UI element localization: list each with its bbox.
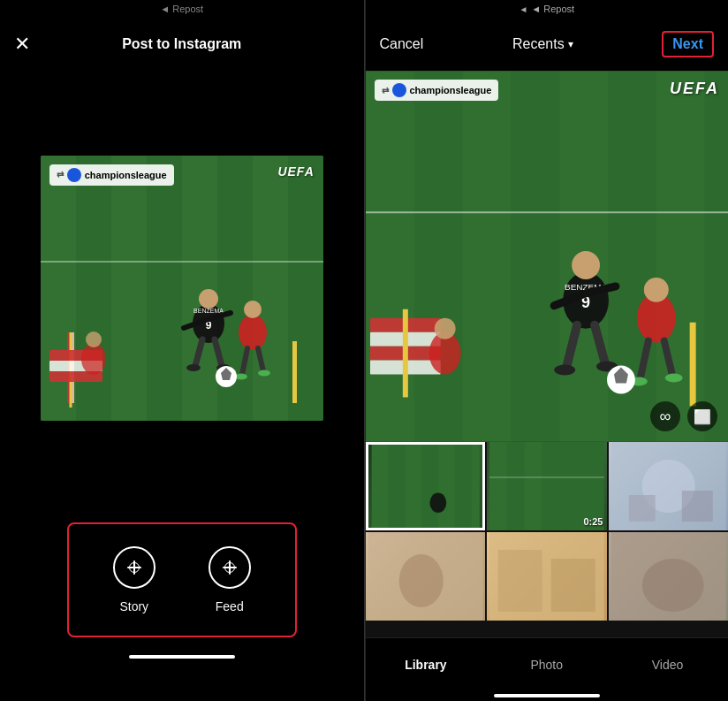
svg-point-23	[244, 301, 262, 318]
thumb-5	[487, 532, 607, 621]
feed-option[interactable]: Feed	[209, 546, 251, 613]
thumbnails-grid: 0:25	[366, 442, 729, 637]
thumbnail-2[interactable]: 0:25	[487, 442, 607, 530]
thumb-4	[366, 532, 486, 621]
svg-rect-4	[253, 156, 288, 421]
thumbnail-5[interactable]	[487, 532, 607, 621]
svg-rect-30	[292, 341, 297, 403]
cl-logo-left	[67, 168, 81, 182]
bottom-actions: Story Feed	[0, 505, 364, 701]
svg-point-63	[664, 374, 682, 383]
repost-username-left: championsleague	[85, 170, 167, 180]
svg-point-13	[199, 289, 218, 309]
svg-point-27	[258, 370, 270, 376]
svg-rect-88	[498, 550, 542, 612]
svg-point-32	[86, 331, 102, 347]
field-svg-right: 9 BENZEMA	[366, 71, 729, 442]
thumbnail-6[interactable]	[609, 532, 729, 621]
svg-rect-77	[489, 442, 507, 530]
uefa-badge-left: UEFA	[277, 164, 314, 179]
uefa-badge-right: UEFA	[670, 80, 719, 98]
svg-rect-2	[111, 156, 147, 421]
close-button[interactable]: ✕	[14, 33, 30, 56]
right-main-image: ⇄ championsleague UEFA 9	[366, 71, 729, 442]
crop-control[interactable]: ⬜	[687, 401, 717, 431]
tab-video[interactable]: Video	[607, 658, 728, 672]
left-panel: ◄ Repost ✕ Post to Instagram ⇄ champions…	[0, 0, 364, 701]
svg-rect-47	[402, 309, 407, 398]
thumb-duration-2: 0:25	[583, 516, 603, 527]
svg-text:BENZEMA: BENZEMA	[193, 308, 224, 314]
svg-rect-72	[437, 445, 454, 528]
right-panel: ◄ ◄ Repost Cancel Recents ▾ Next ⇄ champ…	[365, 0, 729, 701]
svg-point-85	[398, 554, 443, 607]
cl-logo-right	[392, 83, 406, 97]
feed-label: Feed	[216, 599, 244, 613]
image-controls: ∞ ⬜	[650, 401, 717, 431]
svg-rect-83	[681, 491, 712, 522]
next-button[interactable]: Next	[662, 31, 714, 57]
left-image-area: ⇄ championsleague UEFA	[0, 71, 364, 505]
left-main-image: ⇄ championsleague UEFA	[41, 156, 323, 421]
svg-rect-3	[182, 156, 217, 421]
repost-badge-right: ⇄ championsleague	[375, 80, 499, 101]
svg-point-31	[81, 343, 106, 375]
repost-icon-left: ⇄	[57, 170, 64, 179]
share-options-container: Story Feed	[67, 522, 297, 637]
svg-rect-71	[405, 445, 421, 528]
thumb-3	[609, 442, 729, 530]
cancel-button[interactable]: Cancel	[380, 36, 424, 52]
story-label: Story	[119, 599, 148, 613]
tab-bar: Library Photo Video	[366, 637, 729, 690]
tab-photo[interactable]: Photo	[486, 658, 607, 672]
left-header: ✕ Post to Instagram	[0, 18, 364, 71]
svg-rect-73	[471, 445, 482, 528]
svg-rect-82	[628, 495, 655, 522]
svg-point-22	[239, 315, 267, 350]
svg-point-56	[554, 365, 575, 376]
svg-rect-41	[656, 72, 704, 441]
tab-library[interactable]: Library	[366, 658, 487, 672]
repost-username-right: championsleague	[410, 85, 492, 95]
svg-point-59	[643, 278, 668, 302]
svg-point-91	[641, 559, 703, 612]
thumb-6	[609, 532, 729, 621]
home-indicator-left	[129, 655, 235, 659]
loop-control[interactable]: ∞	[650, 401, 680, 431]
left-repost-label: ◄ Repost	[0, 0, 364, 18]
recents-dropdown[interactable]: Recents ▾	[512, 36, 573, 52]
right-header: Cancel Recents ▾ Next	[366, 18, 729, 71]
thumbnail-3[interactable]	[609, 442, 729, 530]
repost-badge-left: ⇄ championsleague	[49, 164, 174, 186]
field-svg-left: 9 BENZEMA	[41, 156, 323, 421]
svg-rect-89	[551, 559, 595, 612]
svg-point-74	[429, 493, 446, 514]
svg-rect-39	[462, 72, 511, 441]
svg-rect-78	[525, 442, 542, 530]
svg-point-49	[572, 251, 600, 279]
home-indicator-right	[494, 694, 600, 697]
svg-rect-66	[689, 323, 695, 407]
thumbnail-4[interactable]	[366, 532, 486, 621]
svg-point-20	[186, 364, 201, 371]
story-option[interactable]: Story	[113, 546, 155, 613]
svg-point-68	[434, 318, 455, 339]
svg-rect-70	[371, 445, 388, 528]
right-repost-label: ◄ ◄ Repost	[366, 0, 729, 18]
svg-point-26	[235, 373, 247, 379]
page-title: Post to Instagram	[122, 36, 241, 52]
thumbnail-1[interactable]	[366, 442, 486, 530]
thumb-field-1	[368, 445, 483, 528]
